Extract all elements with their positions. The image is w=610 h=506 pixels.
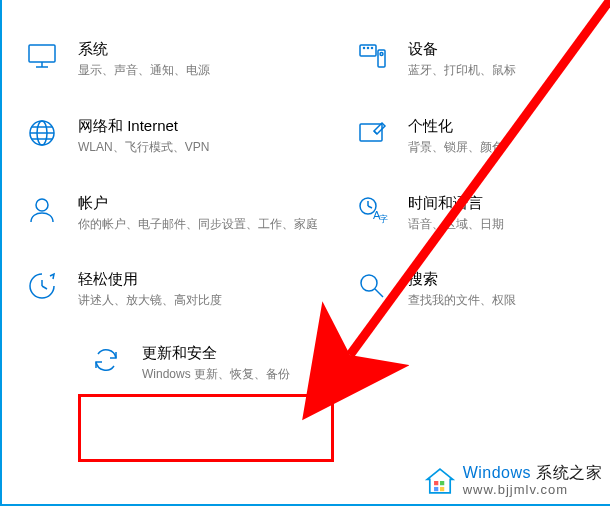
personalization-title: 个性化 — [408, 117, 504, 136]
devices-icon — [354, 38, 390, 74]
system-icon — [24, 38, 60, 74]
settings-item-accounts[interactable]: 帐户 你的帐户、电子邮件、同步设置、工作、家庭 — [2, 174, 332, 251]
search-icon — [354, 268, 390, 304]
svg-point-6 — [368, 48, 369, 49]
ease-of-access-desc: 讲述人、放大镜、高对比度 — [78, 292, 222, 309]
svg-line-15 — [374, 131, 377, 134]
accounts-title: 帐户 — [78, 194, 318, 213]
svg-point-24 — [361, 275, 377, 291]
settings-item-system[interactable]: 系统 显示、声音、通知、电源 — [2, 20, 332, 97]
personalization-icon — [354, 115, 390, 151]
system-desc: 显示、声音、通知、电源 — [78, 62, 210, 79]
network-desc: WLAN、飞行模式、VPN — [78, 139, 209, 156]
personalization-desc: 背景、锁屏、颜色 — [408, 139, 504, 156]
network-title: 网络和 Internet — [78, 117, 209, 136]
watermark-house-icon — [423, 464, 457, 498]
svg-line-19 — [368, 206, 372, 208]
svg-line-23 — [42, 286, 47, 289]
settings-item-time-language[interactable]: A字 时间和语言 语音、区域、日期 — [332, 174, 610, 251]
settings-item-network[interactable]: 网络和 Internet WLAN、飞行模式、VPN — [2, 97, 332, 174]
svg-point-16 — [36, 199, 48, 211]
network-icon — [24, 115, 60, 151]
svg-point-8 — [380, 53, 383, 56]
svg-point-7 — [372, 48, 373, 49]
svg-rect-29 — [434, 487, 438, 491]
svg-line-25 — [375, 289, 383, 297]
svg-rect-30 — [440, 487, 444, 491]
svg-rect-0 — [29, 45, 55, 62]
settings-item-ease-of-access[interactable]: 轻松使用 讲述人、放大镜、高对比度 — [2, 250, 332, 327]
annotation-highlight-box — [78, 394, 334, 462]
watermark: Windows 系统之家 www.bjjmlv.com — [423, 463, 602, 498]
ease-of-access-title: 轻松使用 — [78, 270, 222, 289]
svg-rect-27 — [434, 481, 438, 485]
svg-text:字: 字 — [379, 214, 388, 224]
accounts-desc: 你的帐户、电子邮件、同步设置、工作、家庭 — [78, 216, 318, 233]
time-language-title: 时间和语言 — [408, 194, 504, 213]
svg-rect-3 — [360, 45, 376, 56]
settings-item-update-security[interactable]: 更新和安全 Windows 更新、恢复、备份 — [2, 327, 332, 398]
search-desc: 查找我的文件、权限 — [408, 292, 516, 309]
system-title: 系统 — [78, 40, 210, 59]
time-language-icon: A字 — [354, 192, 390, 228]
accounts-icon — [24, 192, 60, 228]
devices-title: 设备 — [408, 40, 516, 59]
settings-grid: 系统 显示、声音、通知、电源 设备 蓝牙、打印机、鼠标 网络和 Internet… — [2, 0, 610, 398]
settings-item-search[interactable]: 搜索 查找我的文件、权限 — [332, 250, 610, 327]
watermark-url: www.bjjmlv.com — [463, 482, 602, 498]
watermark-title: Windows 系统之家 — [463, 463, 602, 482]
devices-desc: 蓝牙、打印机、鼠标 — [408, 62, 516, 79]
update-security-title: 更新和安全 — [142, 344, 290, 363]
time-language-desc: 语音、区域、日期 — [408, 216, 504, 233]
search-title: 搜索 — [408, 270, 516, 289]
ease-of-access-icon — [24, 268, 60, 304]
svg-point-5 — [364, 48, 365, 49]
update-security-icon — [88, 342, 124, 378]
svg-rect-28 — [440, 481, 444, 485]
settings-item-devices[interactable]: 设备 蓝牙、打印机、鼠标 — [332, 20, 610, 97]
update-security-desc: Windows 更新、恢复、备份 — [142, 366, 290, 383]
settings-item-personalization[interactable]: 个性化 背景、锁屏、颜色 — [332, 97, 610, 174]
